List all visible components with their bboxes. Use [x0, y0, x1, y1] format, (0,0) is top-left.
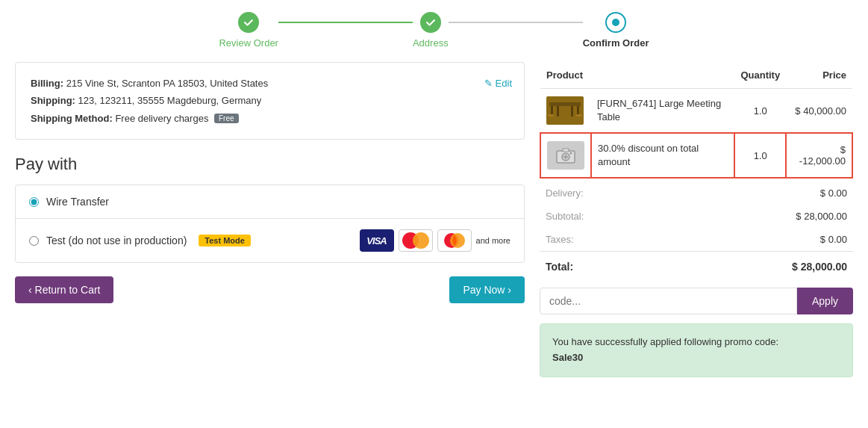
step-review: Review Order — [219, 12, 278, 49]
shipping-label: Shipping: — [31, 95, 75, 106]
shipping-method-info: Shipping Method: Free delivery charges F… — [31, 110, 509, 127]
discount-name-cell: 30.0% discount on total amount — [591, 133, 734, 178]
pay-now-label: Pay Now › — [463, 284, 511, 296]
product-price-cell: $ 40,000.00 — [786, 89, 852, 134]
svg-rect-9 — [576, 114, 582, 117]
subtotal-label: Subtotal: — [546, 211, 584, 222]
discount-name: 30.0% discount on total amount — [598, 142, 728, 169]
product-name: [FURN_6741] Large Meeting Table — [597, 97, 728, 124]
main-content: Edit Billing: 215 Vine St, Scranton PA 1… — [0, 55, 868, 385]
discount-img-cell — [540, 133, 591, 178]
order-table: Product Quantity Price — [540, 62, 853, 179]
billing-box: Edit Billing: 215 Vine St, Scranton PA 1… — [15, 62, 525, 140]
connector-1 — [278, 22, 413, 23]
promo-success-message: You have successfully applied following … — [540, 323, 853, 377]
table-row-product: [FURN_6741] Large Meeting Table 1.0 $ 40… — [540, 89, 852, 134]
step-circle-address — [420, 12, 441, 33]
step-address: Address — [413, 12, 449, 49]
payment-radio-test[interactable] — [29, 236, 39, 246]
total-label: Total: — [546, 261, 573, 273]
payment-label-wire: Wire Transfer — [46, 196, 109, 208]
billing-address: 215 Vine St, Scranton PA 18503, United S… — [66, 78, 269, 89]
summary-subtotal: Subtotal: $ 28,000.00 — [540, 205, 853, 228]
promo-row: Apply — [540, 288, 853, 314]
summary-section: Delivery: $ 0.00 Subtotal: $ 28,000.00 T… — [540, 182, 853, 279]
card-icons: VISA — [360, 229, 511, 252]
billing-info: Billing: 215 Vine St, Scranton PA 18503,… — [31, 75, 509, 92]
col-header-quantity: Quantity — [734, 62, 786, 89]
summary-total: Total: $ 28,000.00 — [540, 251, 853, 279]
step-label-confirm: Confirm Order — [583, 37, 649, 49]
svg-rect-8 — [548, 114, 554, 117]
svg-point-13 — [570, 152, 572, 155]
col-header-name — [591, 62, 734, 89]
return-to-cart-button[interactable]: ‹ Return to Cart — [15, 276, 113, 303]
page-wrapper: Review Order Address Confirm Order Edit — [0, 0, 868, 428]
col-header-product: Product — [540, 62, 591, 89]
return-to-cart-label: ‹ Return to Cart — [28, 284, 100, 296]
product-image — [546, 96, 584, 125]
subtotal-value: $ 28,000.00 — [796, 211, 847, 222]
maestro-card-icon — [399, 229, 433, 252]
discount-quantity-cell: 1.0 — [734, 133, 786, 178]
payment-label-test: Test (do not use in production) — [46, 235, 187, 246]
step-label-review: Review Order — [219, 37, 278, 49]
product-img-cell — [540, 89, 591, 134]
shipping-method-label: Shipping Method: — [31, 113, 113, 124]
edit-link[interactable]: Edit — [484, 75, 512, 92]
shipping-method-value: Free delivery charges — [115, 113, 208, 124]
discount-price: $ -12,000.00 — [799, 144, 846, 167]
discount-price-cell: $ -12,000.00 — [786, 133, 852, 178]
summary-delivery: Delivery: $ 0.00 — [540, 182, 853, 205]
product-price: $ 40,000.00 — [795, 105, 846, 117]
promo-code-input[interactable] — [540, 288, 797, 314]
promo-code-display: Sale30 — [552, 352, 583, 363]
left-panel: Edit Billing: 215 Vine St, Scranton PA 1… — [15, 62, 525, 377]
taxes-value: $ 0.00 — [820, 234, 847, 245]
total-value: $ 28,000.00 — [792, 261, 847, 273]
billing-label: Billing: — [31, 78, 63, 89]
svg-rect-6 — [557, 106, 559, 117]
step-confirm: Confirm Order — [583, 12, 649, 49]
summary-taxes: Taxes: $ 0.00 — [540, 228, 853, 251]
and-more-text: and more — [476, 236, 511, 245]
col-header-price: Price — [786, 62, 852, 89]
svg-rect-12 — [563, 149, 569, 152]
product-name-cell: [FURN_6741] Large Meeting Table — [591, 89, 734, 134]
step-circle-confirm — [605, 12, 626, 33]
payment-option-wire[interactable]: Wire Transfer — [16, 185, 524, 219]
payment-option-test[interactable]: Test (do not use in production) Test Mod… — [16, 219, 524, 262]
delivery-value: $ 0.00 — [820, 187, 847, 199]
promo-success-text: You have successfully applied following … — [552, 336, 778, 347]
buttons-row: ‹ Return to Cart Pay Now › — [15, 276, 525, 303]
pay-now-button[interactable]: Pay Now › — [449, 276, 525, 303]
progress-section: Review Order Address Confirm Order — [0, 0, 868, 55]
delivery-label: Delivery: — [546, 187, 584, 199]
apply-button[interactable]: Apply — [797, 288, 853, 314]
payment-options: Wire Transfer Test (do not use in produc… — [15, 184, 525, 263]
free-badge: Free — [214, 114, 239, 123]
product-quantity-cell: 1.0 — [734, 89, 786, 134]
svg-rect-7 — [571, 106, 573, 117]
svg-rect-3 — [549, 102, 581, 106]
step-label-address: Address — [413, 37, 449, 49]
step-circle-review — [238, 12, 259, 33]
discount-image-placeholder — [547, 141, 584, 170]
taxes-label: Taxes: — [546, 234, 574, 245]
pay-with-title: Pay with — [15, 155, 525, 174]
test-mode-badge: Test Mode — [199, 235, 251, 246]
discount-quantity: 1.0 — [754, 150, 767, 161]
payment-radio-wire[interactable] — [29, 197, 39, 207]
shipping-address: 123, 123211, 35555 Magdeburg, Germany — [78, 95, 262, 106]
table-row-discount: 30.0% discount on total amount 1.0 $ -12… — [540, 133, 852, 178]
visa-card-icon: VISA — [360, 229, 394, 252]
product-quantity: 1.0 — [754, 105, 767, 117]
shipping-info: Shipping: 123, 123211, 35555 Magdeburg, … — [31, 92, 509, 109]
right-panel: Product Quantity Price — [540, 62, 853, 377]
mastercard-icon — [437, 229, 472, 252]
connector-2 — [449, 22, 583, 23]
